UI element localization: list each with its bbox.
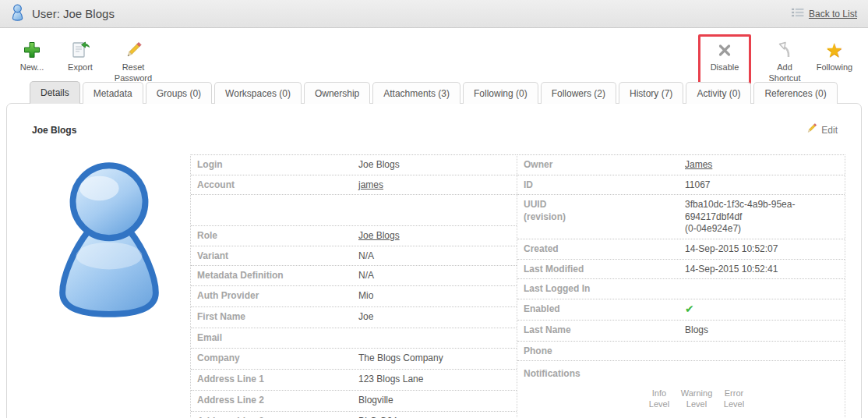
new-button-label: New... [20, 62, 44, 73]
plus-icon [23, 40, 41, 60]
notifications-grid: Info Level Warning Level Error Level Sen… [524, 388, 838, 418]
tab-ownership[interactable]: Ownership [304, 82, 370, 104]
account-link[interactable]: james [358, 179, 383, 192]
pencil-icon [124, 40, 143, 60]
back-to-list-link[interactable]: Back to List [809, 9, 857, 19]
tab-metadata[interactable]: Metadata [83, 82, 143, 104]
tab-following[interactable]: Following (0) [463, 82, 538, 104]
tab-followers[interactable]: Followers (2) [541, 82, 616, 104]
row-company: CompanyThe Blogs Company [191, 349, 517, 370]
export-document-icon [70, 40, 90, 60]
back-to-list[interactable]: Back to List [792, 7, 857, 20]
page-title: User: Joe Blogs [32, 7, 115, 20]
notifications-label: Notifications [524, 368, 580, 379]
row-email: Email [191, 328, 517, 349]
new-button[interactable]: New... [12, 34, 51, 84]
tab-references[interactable]: References (0) [753, 82, 837, 104]
tab-groups[interactable]: Groups (0) [146, 82, 212, 104]
tab-activity[interactable]: Activity (0) [686, 82, 751, 104]
row-last-logged-in: Last Logged In [517, 279, 845, 299]
following-button-label: Following [817, 62, 852, 73]
list-icon [792, 7, 804, 20]
tab-workspaces[interactable]: Workspaces (0) [214, 82, 302, 104]
row-created: Created14-Sep-2015 10:52:07 [517, 239, 845, 260]
row-address-1: Address Line 1123 Blogs Lane [191, 370, 517, 391]
header-bar: User: Joe Blogs Back to List [0, 0, 868, 28]
row-enabled: Enabled✔ [517, 299, 845, 321]
row-last-modified: Last Modified14-Sep-2015 10:52:41 [517, 260, 845, 280]
col-error-level: Error Level [715, 388, 753, 410]
following-button[interactable]: ★ Following [815, 34, 854, 84]
row-spacer [191, 195, 517, 226]
edit-button[interactable]: Edit [806, 122, 838, 137]
detail-table-left: LoginJoe Blogs Accountjames RoleJoe Blog… [190, 154, 517, 418]
tab-bar: Details Metadata Groups (0) Workspaces (… [0, 81, 868, 104]
row-auth-provider: Auth ProviderMio [191, 286, 517, 307]
disable-button-label: Disable [711, 62, 739, 73]
row-address-2: Address Line 2Blogville [191, 391, 517, 412]
detail-table-right: OwnerJames ID11067 UUID (revision)3fba10… [517, 154, 845, 418]
owner-link[interactable]: James [685, 159, 712, 172]
star-icon: ★ [826, 40, 843, 60]
enabled-check-icon: ✔ [685, 303, 694, 315]
edit-pencil-icon [806, 122, 817, 137]
add-shortcut-button[interactable]: Add Shortcut [760, 34, 809, 84]
curved-arrow-icon [776, 40, 793, 60]
row-first-name: First NameJoe [191, 307, 517, 328]
user-avatar [48, 158, 171, 323]
edit-button-label: Edit [821, 125, 838, 136]
row-account: Accountjames [191, 175, 517, 196]
row-variant: VariantN/A [191, 246, 517, 267]
row-login: LoginJoe Blogs [191, 155, 517, 175]
row-notifications: Notifications Info Level Warning Level E… [517, 361, 845, 418]
x-icon [717, 40, 732, 60]
row-metadata-definition: Metadata DefinitionN/A [191, 266, 517, 286]
tab-history[interactable]: History (7) [619, 82, 683, 104]
user-person-icon [11, 4, 24, 24]
detail-columns: LoginJoe Blogs Accountjames RoleJoe Blog… [190, 154, 861, 418]
reset-password-button[interactable]: Reset Password [109, 34, 157, 84]
toolbar: New... Export [0, 28, 868, 81]
row-address-3: Address Line 3BLO G24 [191, 412, 517, 418]
export-button-label: Export [68, 62, 93, 73]
role-link[interactable]: Joe Blogs [358, 230, 400, 243]
row-id: ID11067 [517, 175, 845, 196]
export-button[interactable]: Export [61, 34, 100, 84]
toolbar-left-group: New... Export [12, 34, 157, 84]
col-info-level: Info Level [640, 388, 678, 410]
row-owner: OwnerJames [517, 155, 845, 175]
row-phone: Phone [517, 342, 845, 362]
row-last-name: Last NameBlogs [517, 321, 845, 342]
disable-highlight-box: Disable [698, 34, 751, 84]
disable-button[interactable]: Disable [705, 40, 744, 73]
toolbar-right-group: Disable Add Shortcut ★ Following [698, 34, 856, 84]
col-warning-level: Warning Level [678, 388, 715, 410]
row-role: RoleJoe Blogs [191, 226, 517, 246]
object-name: Joe Blogs [32, 125, 76, 136]
tab-attachments[interactable]: Attachments (3) [372, 82, 460, 104]
row-uuid: UUID (revision)3fba10dc-1f3c-4a9b-95ea-6… [517, 195, 845, 239]
tab-details[interactable]: Details [30, 81, 80, 104]
details-panel: Joe Blogs Edit [6, 103, 862, 418]
